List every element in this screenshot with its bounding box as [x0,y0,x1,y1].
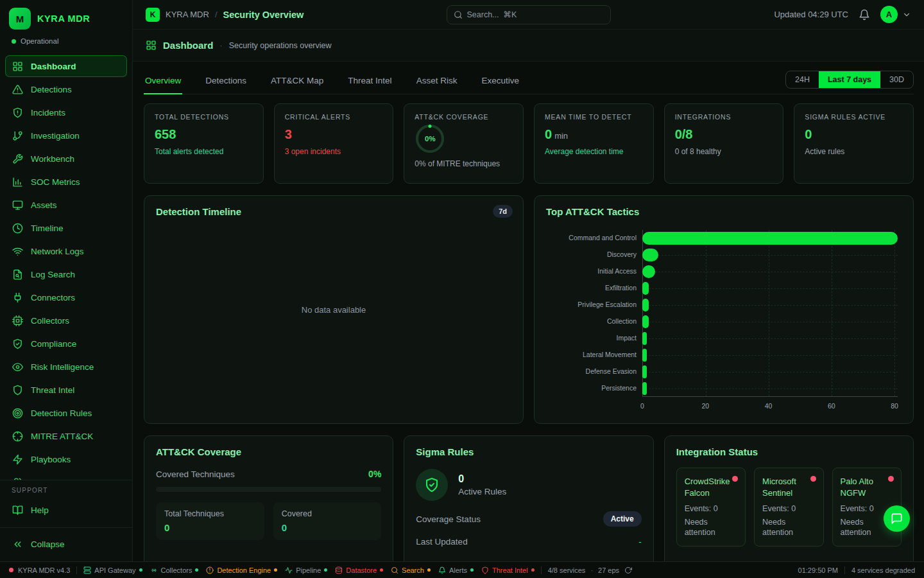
chart-bar [642,232,898,245]
empty-state-message: No data available [144,196,523,423]
bell-icon[interactable] [859,9,870,21]
tab-label: Executive [481,76,519,85]
content: Overview Detections ATT&CK Map [133,62,924,561]
mitre-attack-icon [12,431,23,442]
sidebar-item[interactable]: MITRE ATT&CK [5,425,127,447]
sidebar-item[interactable]: Workbench [5,148,127,170]
sidebar-item[interactable]: Connectors [5,286,127,308]
sidebar-item[interactable]: Detections [5,78,127,100]
chart-row: Collection [546,313,898,330]
collapse-label: Collapse [31,539,65,549]
coverage-status-label: Coverage Status [416,514,481,524]
app-version: KYRA MDR v4.3 [9,566,77,574]
avatar[interactable]: A [880,6,898,23]
time-range-selector: 24H Last 7 days 30D [785,71,914,89]
sidebar-item-label: Threat Intel [31,385,74,395]
search-box[interactable] [447,5,611,24]
tab-bar: Overview Detections ATT&CK Map [144,69,520,94]
investigation-icon [12,130,23,141]
sidebar-item[interactable]: Detection Rules [5,402,127,424]
chart-row: Command and Control [546,230,898,247]
sigma-count: 0 [458,473,506,485]
time-range-button[interactable]: 24H [786,71,819,88]
service-status-dot [324,568,327,572]
search-input[interactable] [467,10,604,19]
service-status-dot [195,568,198,572]
refresh-icon[interactable] [624,566,632,574]
collapse-icon [12,539,23,550]
detection-rules-icon [12,408,23,419]
sidebar-item[interactable]: Threat Intel [5,379,127,401]
service-label: Collectors [161,566,193,574]
chart-bar [642,299,649,311]
sidebar-item-label: Connectors [31,293,75,302]
covered-cell: Covered 0 [273,502,382,540]
sidebar-footer: SUPPORT Help Collapse [0,480,132,561]
chat-button[interactable] [884,505,910,532]
sidebar-item[interactable]: SOC Metrics [5,171,127,193]
tab[interactable]: ATT&CK Map [270,69,325,94]
chart-row: Defense Evasion [546,363,898,380]
chart-bar [642,265,655,278]
sidebar-item[interactable]: Playbooks [5,448,127,470]
sidebar-item-help[interactable]: Help [5,499,127,521]
status-label: Operational [21,37,58,45]
operational-status: Operational [0,35,132,53]
tab[interactable]: Threat Intel [346,69,393,94]
degraded-services: 4 services degraded [851,566,915,574]
sidebar-item[interactable]: Assets [5,194,127,216]
tab[interactable]: Asset Risk [415,69,459,94]
dashboard-icon [146,40,157,51]
sidebar-item[interactable]: Compliance [5,333,127,355]
service-status-dot [380,568,383,572]
sidebar-item[interactable]: Log Search [5,263,127,285]
sidebar-item-label: Compliance [31,339,76,349]
sidebar-item-label: Workbench [31,154,74,164]
broadcast-icon [150,566,158,574]
sidebar-item-label: Dashboard [31,62,76,71]
service-status-item: API Gateway [83,566,142,574]
sidebar-item-label: Incidents [31,108,65,118]
sigma-icon-circle [416,469,448,501]
chat-icon [891,512,903,525]
tab[interactable]: Overview [144,69,182,94]
sidebar-item[interactable]: Risk Intelligence [5,356,127,378]
service-status-list: API Gateway Collectors Detection Engine [83,566,534,574]
user-menu[interactable]: A [880,6,911,23]
connectors-icon [12,292,23,303]
sidebar-item[interactable]: Network Logs [5,240,127,262]
chart-category-label: Exfiltration [546,285,642,292]
log-search-icon [12,269,23,280]
incidents-icon [12,107,23,118]
service-label: Alerts [449,566,467,574]
sidebar-item-label: Detections [31,85,72,94]
tab[interactable]: Detections [204,69,248,94]
sigma-rules-panel: Sigma Rules 0 Active Rules Coverage St [404,435,653,561]
status-bar: KYRA MDR v4.3 API Gateway Collectors [0,561,924,578]
sidebar-item[interactable]: Dashboard [5,55,127,77]
chart-bar [642,349,647,362]
chart-category-label: Initial Access [546,268,642,276]
service-label: Detection Engine [217,566,271,574]
time-range-button[interactable]: Last 7 days [819,71,880,88]
service-status-item: Datastore [335,566,383,574]
chart-category-label: Collection [546,318,642,326]
page-title: Security Overview [223,10,304,20]
sidebar-item[interactable]: Identities [5,471,127,480]
sidebar-item[interactable]: Incidents [5,101,127,123]
covered-techniques-label: Covered Techniques [156,469,235,479]
brand-logo: M [9,8,31,30]
stat-card-total-detections: TOTAL DETECTIONS 658 Total alerts detect… [144,103,264,184]
collapse-button[interactable]: Collapse [5,533,127,555]
chart-row: Discovery [546,247,898,263]
time-range-button[interactable]: 30D [880,71,913,88]
sidebar-item[interactable]: Timeline [5,217,127,239]
soc-metrics-icon [12,177,23,188]
sidebar-item[interactable]: Collectors [5,310,127,331]
tab[interactable]: Executive [480,69,520,94]
breadcrumb-app[interactable]: KYRA MDR [166,10,209,19]
integration-card: Microsoft Sentinel Events: 0 Needs atten… [754,468,823,547]
sidebar-item[interactable]: Investigation [5,125,127,146]
chart-category-label: Impact [546,335,642,342]
integration-status-text: Needs attention [762,517,815,538]
